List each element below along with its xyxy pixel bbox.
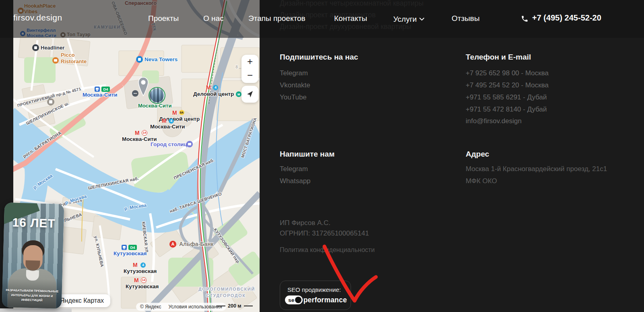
nav-item-contacts[interactable]: Контакты	[334, 14, 367, 23]
phone-icon	[521, 15, 528, 23]
phone-link[interactable]: +971 55 472 8140 - Дубай	[466, 105, 547, 114]
youtube-link[interactable]: YouTube	[280, 93, 307, 101]
write-us-heading: Напишите нам	[280, 150, 334, 159]
address-heading: Адрес	[466, 150, 489, 159]
line4-badge: 4	[169, 118, 174, 124]
station-label: Кутузовская	[114, 251, 147, 256]
address-line: МФК ОКО	[466, 177, 497, 185]
nav-item-services[interactable]: Услуги	[393, 14, 424, 24]
rail-icon	[95, 87, 100, 92]
contacts-heading: Телефон и E-mail	[466, 53, 531, 62]
district-label: ДОРОГОМИЛОВСКИЙ	[198, 287, 255, 292]
station-label: Кутузовская	[126, 284, 159, 289]
camera-icon	[47, 98, 54, 105]
d4-badge: D4	[101, 87, 110, 92]
nav-services-label: Услуги	[393, 15, 417, 23]
logo-dot-icon	[295, 297, 301, 303]
d4-badge: D4	[128, 245, 137, 250]
phone-link[interactable]: +7 925 652 98 00 - Москва	[466, 69, 549, 77]
logo-se-text: se	[288, 297, 295, 303]
seo-badge[interactable]: SEO продвижение: se performance	[280, 281, 351, 310]
poi-label: Headliner	[41, 45, 64, 51]
poi-label: Альфа-Банк	[179, 241, 214, 247]
faint-label: 8	[235, 65, 238, 69]
metro-icon: М	[206, 84, 211, 91]
nav-item-reviews[interactable]: Отзывы	[452, 14, 480, 23]
line4-badge: 4	[140, 262, 146, 268]
station-label: Кутузовская	[124, 269, 157, 274]
nav-item-about[interactable]: О нас	[203, 14, 224, 23]
logo-performance-text: performance	[303, 296, 347, 304]
mcc-icon: м	[236, 91, 242, 97]
chevron-down-icon	[419, 14, 424, 23]
poi-label: Ristorante	[61, 59, 87, 64]
headliner-icon	[32, 44, 39, 51]
map-attribution: © Яндекс Условия использования	[136, 303, 226, 311]
phone-link[interactable]: +7 495 254 52 20 - Москва	[466, 81, 549, 89]
phone-link[interactable]: +971 55 585 6291 - Дубай	[466, 93, 547, 101]
footer: Дизайн-проект четырехкомнатной квартиры …	[260, 0, 644, 312]
nav-item-projects[interactable]: Проекты	[148, 14, 179, 23]
scale-tick	[244, 306, 253, 306]
restaurant-icon	[52, 57, 59, 64]
metro-icon: М	[162, 118, 167, 124]
station-label: Москва-Сити	[83, 92, 118, 98]
line4-badge: 4	[213, 85, 218, 90]
legal-entity: ИП Фирсов А.С.	[280, 219, 330, 227]
poi-label: Picco	[61, 52, 75, 58]
metro-icon: М	[133, 262, 138, 268]
map-pin-icon	[138, 77, 149, 97]
open-in-yandex-maps-button[interactable]: Яндекс Картах	[54, 294, 110, 307]
privacy-policy-link[interactable]: Политика конфиденциальности	[280, 246, 375, 254]
geolocation-button[interactable]	[242, 86, 258, 103]
seo-label: SEO продвижение:	[287, 286, 341, 293]
nav-item-stages[interactable]: Этапы проектов	[248, 14, 305, 23]
rail-icon	[122, 245, 127, 250]
page: HookahPlace Vibes Сперанского ОВА-ОВСЕЕН…	[0, 0, 644, 312]
district-label: СТУДГОРОДОК	[206, 293, 246, 298]
terms-of-use-link[interactable]: Условия использования	[169, 304, 222, 310]
metro-icon: М	[134, 277, 139, 283]
zoom-control: + −	[242, 55, 258, 83]
scale-tick	[217, 306, 225, 306]
bottom-edge-band	[0, 308, 72, 312]
zoom-in-button[interactable]: +	[242, 55, 258, 68]
line8a-badge: 8А	[179, 110, 184, 115]
widget-title: 16 ЛЕТ	[4, 215, 64, 231]
metro-icon: М	[135, 130, 140, 136]
station-label: Деловой центр	[193, 91, 234, 97]
video-story-widget[interactable]: 16 ЛЕТ РАЗРАБАТЫВАЕМ ПРЕМИАЛЬНЫЕ ИНТЕРЬЕ…	[2, 202, 64, 309]
briefcase-icon	[186, 141, 193, 147]
navigation-arrow-icon	[246, 90, 254, 98]
mall-icon	[136, 56, 143, 63]
collapsed-poi-icon: •••	[132, 90, 138, 97]
email-link[interactable]: info@firsov.design	[466, 117, 522, 125]
station-label: Москва-Сити	[138, 103, 171, 109]
yandex-copyright[interactable]: © Яндекс	[140, 304, 161, 310]
top-navbar: firsov.design Проекты О нас Этапы проект…	[0, 0, 644, 38]
metro-icon: М	[172, 110, 177, 116]
nav-phone-number[interactable]: +7 (495) 245-52-20	[532, 13, 601, 23]
vkontakte-link[interactable]: Vkontakte	[280, 81, 310, 89]
widget-caption-line2: ИНТЕРЬЕРЫ ДЛЯ ЖИЗНИ И ИНВЕСТИЦИЙ	[2, 293, 62, 303]
line14-badge: 14	[141, 277, 147, 283]
map-scale: 200 м	[217, 303, 253, 309]
alfa-bank-icon: А	[169, 241, 176, 248]
telegram-write-link[interactable]: Telegram	[280, 165, 308, 173]
station-label: Москва-Сити	[150, 124, 185, 130]
zoom-out-button[interactable]: −	[242, 68, 258, 82]
seoperformance-logo-icon: se	[285, 295, 303, 304]
scale-value: 200 м	[228, 303, 242, 309]
poi-label: Neva Towers	[144, 57, 178, 62]
logo[interactable]: firsov.design	[13, 13, 62, 23]
telegram-link[interactable]: Telegram	[280, 69, 308, 77]
line14-badge: 14	[142, 130, 147, 136]
moscow-city-photo-marker[interactable]	[149, 87, 165, 104]
address-line: Москва 1-й Красногвардейский проезд, 21с…	[466, 165, 607, 173]
ogrnip-number: ОГРНИП: 317265100065141	[280, 229, 369, 238]
poi-label: Город столиц	[151, 142, 187, 147]
whatsapp-link[interactable]: Whatsapp	[280, 177, 311, 185]
subscribe-heading: Подпишитесь на нас	[280, 53, 358, 62]
